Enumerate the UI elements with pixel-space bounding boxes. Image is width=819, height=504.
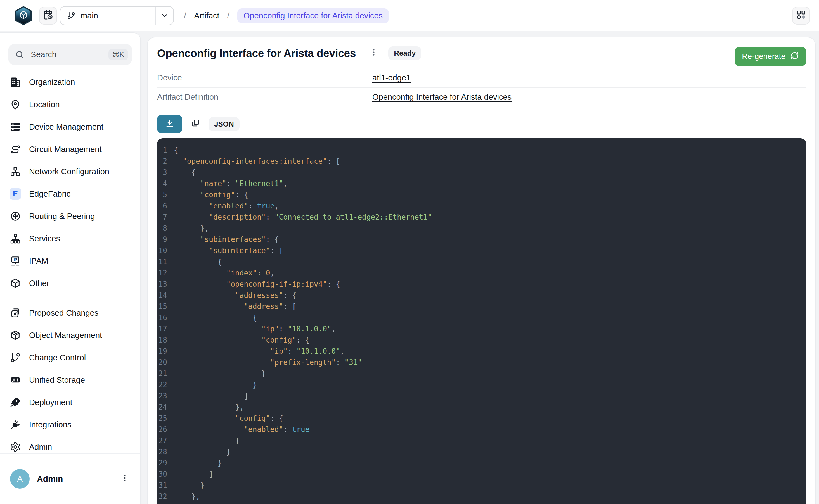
sidebar-item-label: IPAM [29,256,48,266]
code-line: 12 "index": 0, [157,267,806,279]
code-viewer[interactable]: 1{2 "openconfig-interfaces:interface": [… [157,138,806,504]
code-line: 8 }, [157,223,806,234]
sidebar-item-proposed-changes[interactable]: Proposed Changes [0,302,140,324]
code-text: "index": 0, [174,267,274,279]
sidebar-item-edgefabric[interactable]: EEdgeFabric [0,183,140,205]
code-line: 9 "subinterfaces": { [157,234,806,245]
code-text: "addresses": { [174,290,296,301]
sitemap-icon [9,233,21,244]
line-number: 24 [157,401,167,413]
user-menu-button[interactable] [119,472,130,486]
workflow-apps-button[interactable] [792,7,810,25]
kebab-icon [120,474,129,484]
search-input[interactable] [30,49,108,60]
table-row: Artifact Definition Openconfig Interface… [157,87,806,106]
code-line: 20 "prefix-length": "31" [157,357,806,368]
title-menu-button[interactable] [368,47,379,60]
line-number: 2 [157,156,167,167]
sidebar-item-change-control[interactable]: Change Control [0,346,140,369]
code-line: 32 }, [157,491,806,502]
sidebar-item-ipam[interactable]: IPIPAM [0,250,140,272]
user-section[interactable]: A Admin [0,453,140,504]
code-line: 29 } [157,457,806,469]
search-icon [15,50,24,59]
search-box[interactable]: ⌘K [8,44,132,65]
sidebar-item-services[interactable]: Services [0,227,140,250]
sidebar-item-other[interactable]: Other [0,272,140,294]
sidebar-item-network-configuration[interactable]: Network Configuration [0,160,140,183]
sidebar-item-object-management[interactable]: Object Management [0,324,140,346]
code-text: "enabled": true, [174,200,279,211]
git-branch-icon [67,11,75,20]
copy-icon [191,118,200,130]
sidebar-item-integrations[interactable]: Integrations [0,413,140,436]
file-diff-icon [9,307,21,319]
sidebar-item-label: Change Control [29,353,86,362]
detail-label: Artifact Definition [157,92,372,102]
code-text: "ip": "10.1.0.0", [174,346,345,357]
line-number: 7 [157,211,167,223]
code-text: "name": "Ethernet1", [174,178,288,189]
sidebar-item-device-management[interactable]: Device Management [0,116,140,138]
sidebar-item-location[interactable]: Location [0,93,140,116]
sidebar-item-deployment[interactable]: Deployment [0,391,140,413]
artifact-definition-link[interactable]: Openconfig Interface for Arista devices [372,92,806,102]
workflow-icon [796,10,806,22]
sidebar-item-label: Integrations [29,420,72,429]
line-number: 30 [157,469,167,480]
code-toolbar: JSON [157,115,806,133]
sidebar-item-routing-peering[interactable]: Routing & Peering [0,205,140,227]
copy-button[interactable] [191,118,200,130]
code-text: ] [174,469,213,480]
line-number: 23 [157,390,167,401]
code-line: 7 "description": "Connected to atl1-edge… [157,211,806,223]
sidebar-item-label: Unified Storage [29,375,85,385]
sidebar-item-label: Admin [29,443,52,452]
sidebar-item-label: Object Management [29,331,102,340]
chevron-down-icon[interactable] [156,11,173,20]
sidebar-item-label: Services [29,234,60,243]
kebab-icon [369,48,378,59]
code-text: "openconfig-if-ip:ipv4": { [174,279,340,290]
line-number: 21 [157,368,167,379]
detail-label: Device [157,73,372,82]
format-badge: JSON [208,117,239,131]
sidebar-divider [8,298,132,298]
device-link[interactable]: atl1-edge1 [372,73,806,82]
sidebar: ⌘K OrganizationLocationDevice Management… [0,32,141,504]
calendar-button[interactable] [39,7,57,25]
download-icon [165,118,174,130]
branch-selector[interactable]: main [60,6,174,25]
map-pin-icon [9,99,21,110]
code-text: "openconfig-interfaces:interface": [ [174,156,340,167]
sidebar-item-organization[interactable]: Organization [0,71,140,93]
code-line: 3 { [157,167,806,178]
download-button[interactable] [157,115,182,133]
code-line: 5 "config": { [157,189,806,200]
line-number: 25 [157,413,167,424]
code-line: 10 "subinterface": [ [157,245,806,256]
line-number: 1 [157,144,167,156]
rocket-icon [9,396,21,408]
line-number: 8 [157,223,167,234]
breadcrumb-item-current[interactable]: Openconfig Interface for Arista devices [237,8,389,23]
code-line: 13 "openconfig-if-ip:ipv4": { [157,279,806,290]
code-line: 30 ] [157,469,806,480]
app-window: main / Artifact / Openconfig Interface f… [0,0,819,504]
breadcrumb-item-artifact[interactable]: Artifact [194,11,219,20]
breadcrumb-separator: / [184,11,186,20]
line-number: 17 [157,323,167,334]
line-number: 3 [157,167,167,178]
avatar: A [10,469,30,489]
code-text: "description": "Connected to atl1-edge2:… [174,211,432,223]
line-number: 32 [157,491,167,502]
code-text: "address": [ [174,301,296,312]
regenerate-button[interactable]: Re-generate [735,47,806,66]
sidebar-item-unified-storage[interactable]: Unified Storage [0,369,140,391]
code-text: } [174,379,257,390]
line-number: 29 [157,457,167,469]
sidebar-item-circuit-management[interactable]: Circuit Management [0,138,140,160]
sidebar-item-label: Other [29,279,49,288]
line-number: 6 [157,200,167,211]
code-text: { [174,312,257,323]
